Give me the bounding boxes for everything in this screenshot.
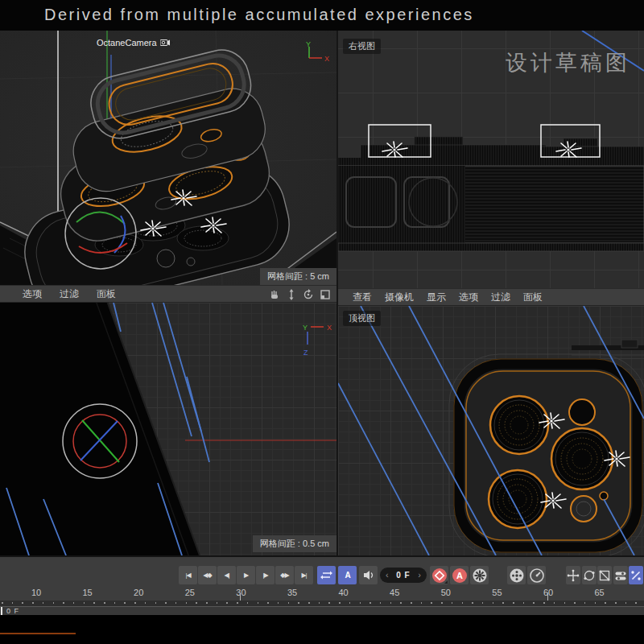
svg-text:Z: Z [303,349,308,357]
autokey-timeline-button[interactable]: A [338,566,357,584]
ruler-number: 30 [236,588,246,597]
frame-zero-bar[interactable]: 0 F [0,606,644,615]
banner-title: Derived from multiple accumulated experi… [44,6,474,24]
svg-text:X: X [327,324,332,332]
menu-item[interactable]: 面板 [97,287,116,301]
playback-options-button[interactable] [527,566,546,584]
ruler-number: 60 [543,588,553,597]
transport-button[interactable]: ◆▶ [275,566,294,584]
transport-button[interactable]: ◀| [217,566,236,584]
svg-text:Y: Y [303,324,308,332]
orange-accent-line [0,633,76,634]
camera-icon [160,38,173,47]
menu-item[interactable]: 摄像机 [385,291,414,304]
axis-indicator: Y X Z [299,317,336,362]
rotate-tool-button[interactable] [582,566,597,584]
menu-item[interactable]: 面板 [523,291,543,304]
viewport-top-view[interactable]: 顶视图 [338,306,644,555]
scale-tool-button[interactable] [597,566,612,584]
frame-prev-arrow[interactable]: ‹ [386,568,389,583]
pan-hand-icon[interactable] [268,288,281,301]
ruler-number: 45 [390,588,399,597]
ruler-number: 35 [287,588,297,597]
autokey-icon: A [452,568,467,583]
viewport-name-label[interactable]: 右视图 [343,39,381,54]
frame-zero-label: 0 F [6,607,19,615]
svg-text:Y: Y [306,40,311,48]
move-icon [568,569,580,581]
footer-area [0,615,644,644]
grid-spacing-label: 网格间距 : 5 cm [260,268,336,285]
frame-value: 0 F [396,571,410,580]
microphone-hole [600,492,608,500]
loop-playback-button[interactable] [317,566,336,584]
ruler-number: 20 [134,588,143,597]
transport-button[interactable]: ◀◆ [198,566,217,584]
lidar-sensor [569,399,595,425]
toggle-sliders-button[interactable] [613,566,628,584]
ruler-number: 65 [594,588,604,597]
svg-text:X: X [324,55,329,63]
top-banner: Derived from multiple accumulated experi… [0,0,644,31]
viewport-perspective[interactable]: OctaneCamera Y X 网格间距 : 5 cm [0,31,336,285]
ruler-number: 40 [338,588,348,597]
speaker-icon [363,570,374,580]
keyframe-selection-button[interactable] [470,566,489,584]
sliders-icon [614,569,626,581]
record-position-button[interactable] [507,566,526,584]
ruler-number: 55 [492,588,502,597]
autokey-record-button[interactable]: A [450,566,469,584]
grid-spacing-label: 网格间距 : 0.5 cm [253,535,336,552]
viewport-right-view[interactable]: 右视图 设计草稿图 [338,31,644,288]
ruler-number: 10 [31,588,41,597]
sound-button[interactable] [359,566,378,584]
move-tool-button[interactable] [566,566,580,584]
orbit-rotate-icon[interactable] [302,288,315,301]
frame-ticks[interactable] [0,601,644,606]
timeline-bar: DesignDraft |◀◀◆◀|▶|▶◆▶▶| A ‹ 0 F › A [0,555,644,586]
transport-button[interactable]: |▶ [256,566,275,584]
viewport-front-view[interactable]: Y X Z 网格间距 : 0.5 cm [0,303,336,555]
perspective-scene [0,31,336,285]
viewport-name-label[interactable]: 顶视图 [343,311,381,326]
ruler-number: 15 [82,588,92,597]
flash-ring [571,496,597,522]
frame-next-arrow[interactable]: › [418,568,421,583]
camera-module[interactable] [449,354,644,555]
right-viewport-menubar: 查看摄像机显示选项过滤面板 [338,288,644,306]
menu-item[interactable]: 选项 [459,291,478,304]
gauge-icon [529,568,544,583]
axis-indicator: Y X [299,40,333,68]
rotate-icon [583,569,595,581]
position-dots-icon [509,568,524,583]
svg-text:A: A [456,571,463,580]
ruler-number: 50 [441,588,451,597]
menu-item[interactable]: 显示 [427,291,446,304]
menu-item[interactable]: 过滤 [60,287,79,301]
cinema4d-window: { "banner": { "title": "Derived from mul… [0,0,644,644]
front-view-scene [0,303,336,555]
top-view-scene [338,306,644,555]
design-draft-watermark: 设计草稿图 [506,48,630,77]
zoom-arrows-icon[interactable] [285,288,298,301]
snap-toggle-button[interactable] [629,566,643,584]
menu-item[interactable]: 过滤 [491,291,510,304]
toggle-view-icon[interactable] [319,288,332,301]
transport-button[interactable]: ▶ [237,566,255,584]
camera-label[interactable]: OctaneCamera [97,38,173,47]
gear-icon [472,568,487,583]
left-viewport-menubar: 选项过滤面板 [0,285,336,303]
scale-icon [599,569,611,581]
transport-button[interactable]: ▶| [295,566,313,584]
current-frame-field[interactable]: ‹ 0 F › [380,568,427,583]
menu-item[interactable]: 选项 [23,287,42,301]
menu-item[interactable]: 查看 [353,291,372,304]
transport-button[interactable]: |◀ [179,566,197,584]
record-keyframe-button[interactable] [430,566,448,584]
ruler-number: 25 [185,588,195,597]
snap-icon [630,569,642,581]
loop-icon [320,570,332,580]
playhead[interactable] [1,607,2,615]
